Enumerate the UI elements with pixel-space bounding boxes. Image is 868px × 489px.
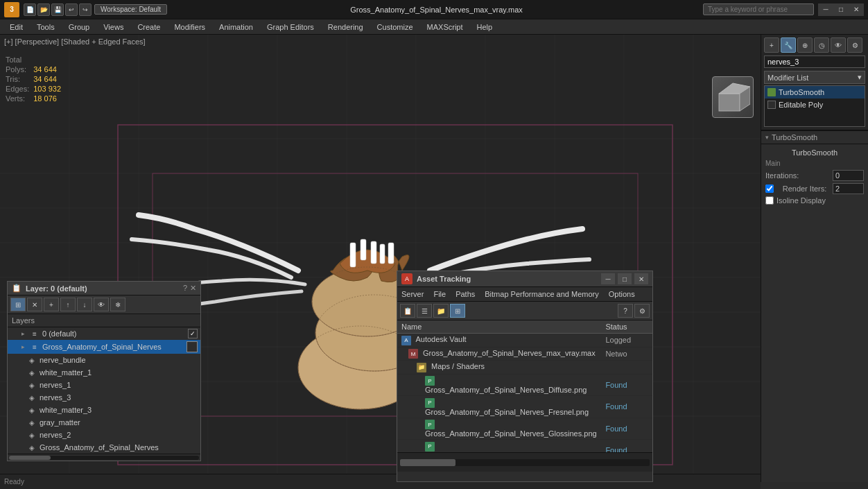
isoline-checkbox[interactable] <box>765 196 774 205</box>
layer-tb-freeze-btn[interactable]: ❄ <box>110 298 125 311</box>
asset-row-name: P Gross_Anatomy_of_Spinal_Nerves_Diffuse… <box>397 374 601 396</box>
layer-tb-hide-btn[interactable]: 👁 <box>94 298 109 311</box>
asset-menu-paths[interactable]: Paths <box>455 289 475 300</box>
list-item[interactable]: ◈ Gross_Anatomy_of_Spinal_Nerves <box>8 441 200 454</box>
menu-modifiers[interactable]: Modifiers <box>167 22 212 33</box>
table-row[interactable]: P Gross_Anatomy_of_Spinal_Nerves_Glossin… <box>397 418 652 440</box>
layer-expand-icon[interactable]: ▸ <box>21 343 30 350</box>
asset-menu-file[interactable]: File <box>433 289 446 300</box>
render-iters-checkbox[interactable] <box>765 185 774 193</box>
asset-menu-bitmap[interactable]: Bitmap Performance and Memory <box>485 289 598 300</box>
layer-expand-icon[interactable]: ▸ <box>21 330 30 337</box>
minimize-button[interactable]: ─ <box>818 3 833 16</box>
layer-panel-icon: 📋 <box>12 284 21 293</box>
list-item[interactable]: ◈ nerve_bundle <box>8 354 200 366</box>
layer-tb-move2-btn[interactable]: ↓ <box>77 298 92 311</box>
layer-horizontal-scroll[interactable] <box>8 454 200 461</box>
menu-graph-editors[interactable]: Graph Editors <box>260 22 321 33</box>
asset-maximize-btn[interactable]: □ <box>618 273 632 284</box>
render-iters-input[interactable]: 2 <box>833 183 864 194</box>
list-item[interactable]: ◈ nerves_3 <box>8 391 200 404</box>
layer-visible-check[interactable]: ✓ <box>188 329 198 338</box>
asset-scroll-area[interactable]: Name Status A Autodesk Vault Logged <box>397 320 652 452</box>
menu-create[interactable]: Create <box>130 22 167 33</box>
menu-views[interactable]: Views <box>96 22 130 33</box>
asset-hscroll-track[interactable] <box>400 459 650 466</box>
menu-rendering[interactable]: Rendering <box>321 22 370 33</box>
create-panel-icon[interactable]: + <box>764 37 779 53</box>
list-item[interactable]: ◈ white_matter_1 <box>8 366 200 379</box>
asset-tb-btn3[interactable]: 📁 <box>433 304 449 318</box>
asset-tb-settings-btn[interactable]: ⚙ <box>634 304 650 318</box>
main-viewport[interactable]: [+] [Perspective] [Shaded + Edged Faces]… <box>0 35 761 482</box>
modifier-visibility-check[interactable] <box>767 101 776 109</box>
table-row[interactable]: P Gross_Anatomy_of_Spinal_Nerves_Diffuse… <box>397 374 652 396</box>
layer-name: Gross_Anatomy_of_Spinal_Nerves <box>40 443 198 452</box>
table-row[interactable]: P Gross_Anatomy_of_Spinal_Nerves_Normal.… <box>397 440 652 453</box>
close-button[interactable]: ✕ <box>849 3 864 16</box>
viewcube-face[interactable] <box>712 76 754 118</box>
table-row[interactable]: A Autodesk Vault Logged <box>397 334 652 348</box>
display-panel-icon[interactable]: 👁 <box>831 37 846 53</box>
asset-menu-server[interactable]: Server <box>401 289 424 300</box>
table-row[interactable]: M Gross_Anatomy_of_Spinal_Nerves_max_vra… <box>397 347 652 361</box>
layer-tb-delete-btn[interactable]: ✕ <box>27 298 42 311</box>
maximize-button[interactable]: □ <box>833 3 849 16</box>
asset-close-btn[interactable]: ✕ <box>634 273 648 284</box>
motion-panel-icon[interactable]: ◷ <box>814 37 829 53</box>
render-iters-row: Render Iters: 2 <box>765 183 864 194</box>
open-btn[interactable]: 📂 <box>37 3 50 16</box>
asset-col-name[interactable]: Name <box>397 320 601 334</box>
asset-tb-btn1[interactable]: 📋 <box>400 304 415 318</box>
list-item[interactable]: ▸ ≡ 0 (default) ✓ <box>8 327 200 340</box>
modifier-item-editablepoly[interactable]: Editable Poly <box>765 98 865 111</box>
table-row[interactable]: 📁 Maps / Shaders <box>397 361 652 375</box>
layer-tb-active-btn[interactable]: ⊞ <box>10 298 26 311</box>
menu-help[interactable]: Help <box>470 22 500 33</box>
list-item[interactable]: ◈ nerves_2 <box>8 429 200 441</box>
layer-tb-move-btn[interactable]: ↑ <box>60 298 76 311</box>
asset-panel: A Asset Tracking ─ □ ✕ Server File Paths… <box>397 271 653 482</box>
layer-close-btn[interactable]: ✕ <box>190 284 196 293</box>
menu-group[interactable]: Group <box>62 22 97 33</box>
svg-rect-30 <box>388 243 394 264</box>
asset-tb-btn2[interactable]: ☰ <box>417 304 432 318</box>
save-btn[interactable]: 💾 <box>51 3 64 16</box>
modifier-item-turbosmooth[interactable]: TurboSmooth <box>765 86 865 98</box>
iterations-input[interactable]: 0 <box>833 170 864 181</box>
list-item[interactable]: ◈ gray_matter <box>8 416 200 429</box>
viewport-label: [+] [Perspective] [Shaded + Edged Faces] <box>4 37 146 46</box>
menu-animation[interactable]: Animation <box>212 22 260 33</box>
menu-edit[interactable]: Edit <box>3 22 30 33</box>
layer-question-btn[interactable]: ? <box>183 284 187 293</box>
asset-menu-options[interactable]: Options <box>609 289 635 300</box>
list-item[interactable]: ◈ nerves_1 <box>8 379 200 391</box>
hierarchy-panel-icon[interactable]: ⊕ <box>797 37 813 53</box>
viewcube[interactable] <box>712 76 754 118</box>
layer-tb-add-btn[interactable]: + <box>44 298 59 311</box>
asset-tb-help-btn[interactable]: ? <box>618 304 633 318</box>
asset-tb-btn4[interactable]: ⊞ <box>450 304 465 318</box>
menu-maxscript[interactable]: MAXScript <box>420 22 470 33</box>
list-item[interactable]: ▸ ≡ Gross_Anatomy_of_Spinal_Nerves <box>8 340 200 354</box>
asset-col-status[interactable]: Status <box>601 320 652 334</box>
undo-btn[interactable]: ↩ <box>65 3 78 16</box>
isoline-row: Isoline Display <box>765 196 864 205</box>
layer-scroll-area[interactable]: ▸ ≡ 0 (default) ✓ ▸ ≡ Gross_Anatomy_of_S… <box>8 327 200 454</box>
asset-hscroll-thumb[interactable] <box>400 459 455 466</box>
menu-tools[interactable]: Tools <box>30 22 62 33</box>
modify-panel-icon[interactable]: 🔧 <box>781 37 796 53</box>
asset-minimize-btn[interactable]: ─ <box>601 273 615 284</box>
object-name-input[interactable]: nerves_3 <box>764 55 865 68</box>
workspace-button[interactable]: Workspace: Default <box>94 4 167 15</box>
search-input[interactable] <box>703 3 814 15</box>
modifier-list-button[interactable]: Modifier List ▾ <box>764 71 865 84</box>
menu-customize[interactable]: Customize <box>370 22 420 33</box>
utilities-panel-icon[interactable]: ⚙ <box>847 37 862 53</box>
turbosmooth-section-header[interactable]: ▾ TurboSmooth <box>761 130 868 144</box>
redo-btn[interactable]: ↪ <box>79 3 92 16</box>
new-btn[interactable]: 📄 <box>24 3 36 16</box>
hscroll-thumb[interactable] <box>9 456 51 460</box>
list-item[interactable]: ◈ white_matter_3 <box>8 404 200 416</box>
table-row[interactable]: P Gross_Anatomy_of_Spinal_Nerves_Fresnel… <box>397 396 652 418</box>
